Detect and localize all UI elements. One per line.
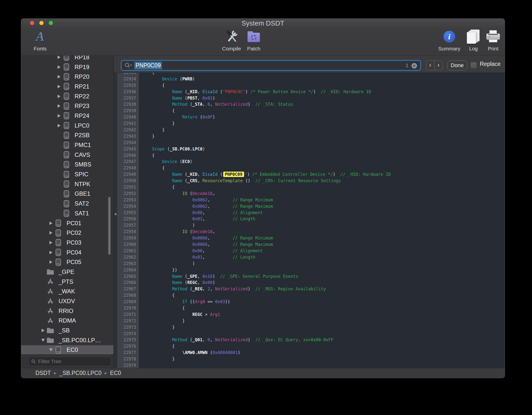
toolbar-button-fonts[interactable]: A Fonts [22, 28, 59, 52]
device-icon [62, 209, 70, 218]
tree-item-UXDV[interactable]: UXDV [21, 296, 113, 306]
tree-item-CAVS[interactable]: CAVS [21, 150, 113, 160]
line-number: 22970 [114, 305, 139, 311]
code-line: 22965 Name (_GPE, 0x16) // _GPE: General… [114, 273, 505, 280]
tree-item-P2SB[interactable]: P2SB [21, 131, 113, 140]
disclosure-collapsed-icon[interactable] [48, 251, 54, 254]
find-match-highlight: PNP0C09 [223, 172, 244, 177]
code-text: { [139, 184, 175, 191]
tree-item-_GPE[interactable]: _GPE [21, 267, 113, 277]
code-text: } [139, 324, 175, 331]
filter-tree-field[interactable]: Filter Tree [29, 357, 111, 366]
clear-search-icon[interactable] [411, 63, 417, 70]
code-text: 0x0062, // Range Minimum [139, 197, 273, 203]
code-text: 0x00, // Alignment [139, 248, 263, 254]
tree-item-SMBS[interactable]: SMBS [21, 160, 113, 170]
code-line: 22963 ) [114, 261, 505, 267]
disclosure-collapsed-icon[interactable] [48, 241, 54, 244]
tree-item-RP21[interactable]: RP21 [21, 82, 113, 91]
disclosure-collapsed-icon[interactable] [56, 114, 62, 118]
tree-item-label: NTPK [75, 181, 90, 188]
window-title: System DSDT [21, 20, 505, 27]
disclosure-expanded-icon[interactable] [40, 339, 46, 342]
code-line: 22979 [114, 362, 505, 368]
desktop: System DSDT A Fonts Compile [0, 0, 532, 415]
tree-item-RP19[interactable]: RP19 [21, 62, 113, 72]
code-line: 22956 0x01, // Length [114, 216, 505, 222]
toolbar-button-print[interactable]: Print [475, 28, 505, 52]
tree-item-RRIO[interactable]: RRIO [21, 306, 113, 316]
match-count: 1 [406, 61, 408, 70]
sidebar: RP18RP19RP20RP21RP22RP23RP24LPC0P2SBPMC1… [21, 56, 114, 368]
breadcrumb-item-dsdt[interactable]: DSDT [35, 370, 51, 376]
tree-item-NTPK[interactable]: NTPK [21, 179, 113, 189]
done-button[interactable]: Done [447, 60, 467, 70]
tree-item-PC01[interactable]: PC01 [21, 218, 113, 228]
disclosure-collapsed-icon[interactable] [56, 65, 62, 69]
find-input[interactable]: PNP0C09 1 [121, 60, 421, 71]
tree-item-LPC0[interactable]: LPC0 [21, 121, 113, 131]
disclosure-collapsed-icon[interactable] [56, 56, 62, 59]
line-number: 22971 [114, 311, 139, 318]
tree-item-PMC1[interactable]: PMC1 [21, 140, 113, 150]
tree-item-RP22[interactable]: RP22 [21, 91, 113, 101]
tree-item-RDMA[interactable]: RDMA [21, 316, 113, 326]
sidebar-scrollbar-thumb[interactable] [108, 197, 110, 255]
tree-item-label: LPC0 [75, 122, 89, 129]
toolbar-label: Fonts [22, 46, 59, 52]
tree-item-EC0[interactable]: EC0 [21, 345, 113, 354]
tree-item-_SB[interactable]: _SB [21, 326, 113, 335]
disclosure-collapsed-icon[interactable] [40, 329, 46, 332]
tree-item-label: _SB [59, 327, 70, 334]
disclosure-collapsed-icon[interactable] [56, 95, 62, 98]
line-number: 22942 [114, 127, 139, 133]
disclosure-collapsed-icon[interactable] [56, 75, 62, 78]
previous-match-button[interactable]: ‹ [426, 61, 435, 70]
tree-item-PC05[interactable]: PC05 [21, 257, 113, 267]
toolbar-button-patch[interactable]: Patch [235, 28, 272, 52]
breadcrumb-item-device[interactable]: EC0 [110, 370, 121, 376]
disclosure-collapsed-icon[interactable] [56, 85, 62, 88]
disclosure-collapsed-icon[interactable] [56, 104, 62, 108]
tree-item-label: PC02 [67, 229, 81, 236]
replace-checkbox[interactable] [470, 62, 477, 69]
code-line: 22955 0x00, // Alignment [114, 210, 505, 216]
code-text [139, 140, 142, 146]
device-icon [62, 170, 70, 179]
code-text: { [139, 305, 185, 311]
tree-item-SPIC[interactable]: SPIC [21, 169, 113, 179]
tree-item-RP23[interactable]: RP23 [21, 101, 113, 111]
tree-item-_PTS[interactable]: _PTS [21, 277, 113, 287]
tree-item-GBE1[interactable]: GBE1 [21, 189, 113, 199]
tree-item-SAT1[interactable]: SAT1 [21, 208, 113, 218]
disclosure-expanded-icon[interactable] [48, 348, 54, 351]
line-number: 22962 [114, 254, 139, 261]
device-icon [62, 160, 70, 169]
tree-item-SAT2[interactable]: SAT2 [21, 199, 113, 208]
tree-item-_SB.PC00.LP[interactable]: _SB.PC00.LP… [21, 335, 113, 345]
line-number: 22973 [114, 324, 139, 331]
tree-item-RP20[interactable]: RP20 [21, 72, 113, 82]
tree-item-PC03[interactable]: PC03 [21, 238, 113, 248]
disclosure-collapsed-icon[interactable] [56, 124, 62, 127]
disclosure-collapsed-icon[interactable] [48, 231, 54, 235]
tree-item-PC04[interactable]: PC04 [21, 248, 113, 257]
code-line: 22973 } [114, 324, 505, 331]
disclosure-collapsed-icon[interactable] [48, 222, 54, 225]
breadcrumb: DSDT ▸ _SB.PC00.LPC0 ▸ EC0 [21, 368, 505, 378]
line-number: 22934 [114, 76, 139, 82]
tree-item-label: SAT2 [75, 200, 89, 207]
tree-item-label: PC05 [67, 259, 81, 266]
tree-item-RP24[interactable]: RP24 [21, 111, 113, 121]
next-match-button[interactable]: › [435, 61, 443, 70]
tree-item-_WAK[interactable]: _WAK [21, 287, 113, 296]
disclosure-collapsed-icon[interactable] [48, 260, 54, 264]
code-line: 22968 { [114, 292, 505, 299]
code-editor[interactable]: 22933 {22934 Device (PWRB)22935 {22936 N… [114, 73, 505, 368]
breadcrumb-item-scope[interactable]: _SB.PC00.LPC0 [59, 370, 101, 376]
code-line: 22970 { [114, 305, 505, 311]
code-text: { [139, 165, 165, 171]
tree-item-PC02[interactable]: PC02 [21, 228, 113, 238]
tree-item-RP18[interactable]: RP18 [21, 56, 113, 62]
tree-item-label: RP21 [75, 83, 89, 90]
